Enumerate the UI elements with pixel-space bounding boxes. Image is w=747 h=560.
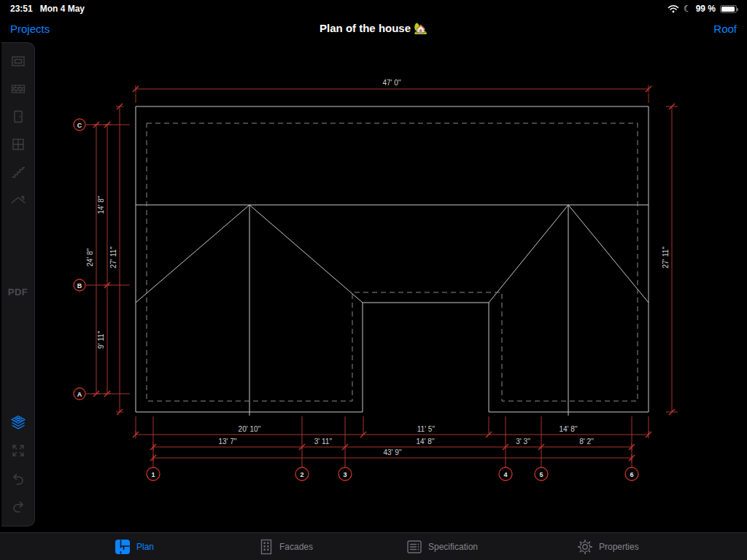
tab-facades[interactable]: Facades xyxy=(258,533,313,560)
grid-marker-6: 6 xyxy=(625,467,638,481)
dim-top-total: 47' 0'' xyxy=(382,79,400,87)
svg-text:3: 3 xyxy=(343,471,347,478)
tab-properties[interactable]: Properties xyxy=(576,533,639,560)
dimension-ticks xyxy=(93,86,675,461)
svg-text:C: C xyxy=(77,122,82,129)
properties-gear-icon xyxy=(576,538,594,556)
grid-marker-3: 3 xyxy=(338,467,352,481)
tab-properties-label: Properties xyxy=(599,542,639,552)
dim-bottom-r2-b: 3' 11'' xyxy=(314,438,333,446)
grid-marker-5: 5 xyxy=(535,467,548,481)
dimension-lines xyxy=(86,85,678,467)
grid-marker-2: 2 xyxy=(295,467,309,481)
dimension-labels: 47' 0'' 20' 10'' 11' 5'' 14' 8'' 13' 7''… xyxy=(86,79,670,456)
tab-plan[interactable]: Plan xyxy=(114,533,154,560)
grid-row-markers: C B A xyxy=(74,119,85,400)
grid-marker-4: 4 xyxy=(499,467,512,481)
grid-marker-A: A xyxy=(74,388,85,400)
svg-text:2: 2 xyxy=(300,471,303,478)
svg-text:4: 4 xyxy=(503,471,507,478)
svg-text:B: B xyxy=(77,282,82,289)
tab-specification[interactable]: Specification xyxy=(406,533,478,560)
svg-text:1: 1 xyxy=(151,471,155,478)
dim-bottom-r1-b: 11' 5'' xyxy=(417,425,436,433)
dim-bottom-r1-a: 20' 10'' xyxy=(239,425,261,433)
svg-text:A: A xyxy=(77,391,82,398)
tab-plan-label: Plan xyxy=(136,542,154,552)
grid-marker-1: 1 xyxy=(147,467,160,481)
dim-left-ba: 9' 11'' xyxy=(97,331,105,349)
dim-left-full: 27' 11'' xyxy=(109,246,117,268)
wall-dashed-outline xyxy=(147,123,638,401)
bottom-tab-bar: Plan Facades Specification xyxy=(0,532,747,560)
dim-bottom-r2-a: 13' 7'' xyxy=(218,438,236,446)
facades-tab-icon xyxy=(258,538,274,556)
grid-col-markers: 1 2 3 4 5 6 xyxy=(147,467,638,481)
svg-text:6: 6 xyxy=(630,471,633,478)
dim-bottom-r2-c: 14' 8'' xyxy=(416,438,434,446)
dim-right-total: 27' 11'' xyxy=(662,246,670,268)
plan-tab-icon xyxy=(114,538,131,556)
grid-marker-C: C xyxy=(74,119,85,131)
grid-marker-B: B xyxy=(74,279,85,291)
specification-tab-icon xyxy=(406,538,423,556)
svg-text:5: 5 xyxy=(539,471,543,478)
roof-plan-canvas[interactable]: 47' 0'' 20' 10'' 11' 5'' 14' 8'' 13' 7''… xyxy=(0,0,747,560)
dim-left-cb: 14' 8'' xyxy=(97,195,105,214)
dim-left-outer: 24' 8'' xyxy=(86,248,94,266)
dim-bottom-r2-d: 3' 3'' xyxy=(516,438,530,446)
dim-bottom-total: 43' 9'' xyxy=(383,448,401,456)
dim-bottom-r1-c: 14' 8'' xyxy=(559,425,577,433)
tab-facades-label: Facades xyxy=(279,542,313,552)
dim-bottom-r2-e: 8' 2'' xyxy=(579,438,594,446)
tab-specification-label: Specification xyxy=(428,542,478,552)
roof-outline xyxy=(136,106,649,416)
